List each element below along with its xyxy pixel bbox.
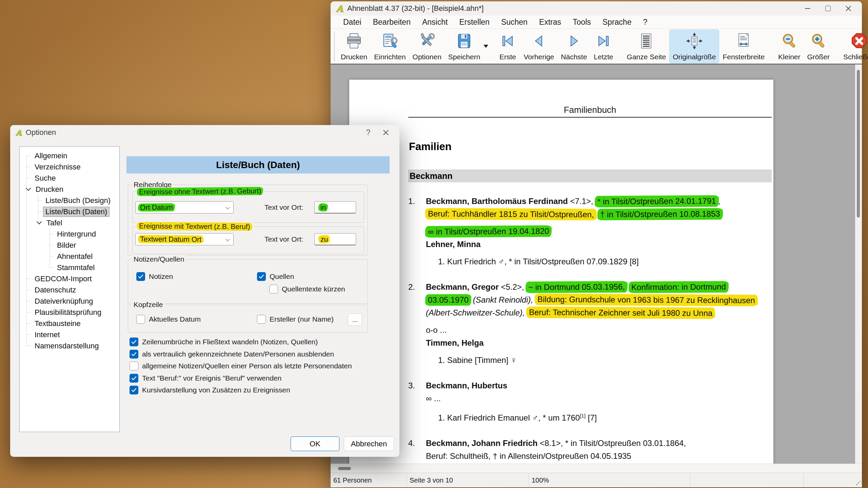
tree-item-ahnentafel[interactable]: Ahnentafel [20, 251, 119, 262]
tree-item-tafel[interactable]: Tafel [20, 217, 119, 228]
tree-item-stammtafel[interactable]: Stammtafel [20, 262, 119, 273]
tree-item-plausibilit-tspr-fung[interactable]: Plausibilitätsprüfung [20, 307, 119, 318]
checkbox-option-3[interactable]: allgemeine Notizen/Quellen einer Person … [130, 362, 352, 370]
tree-item-namensdarstellung[interactable]: Namensdarstellung [20, 340, 119, 351]
titlebar[interactable]: A Ahnenblatt 4.37 (32-bit) - [Beispiel4.… [331, 1, 862, 16]
save-dropdown-button[interactable] [484, 30, 488, 63]
tree-item-gedcom-import[interactable]: GEDCOM-Import [20, 273, 119, 284]
toolbar-drag-handle[interactable] [334, 32, 335, 61]
checkbox-checked-icon [130, 386, 138, 394]
page-header: Familienbuch [408, 105, 772, 115]
checkbox-unchecked-icon [130, 362, 138, 370]
tree-item-label: Hintergrund [55, 229, 98, 239]
tree-item-internet[interactable]: Internet [20, 329, 119, 340]
tree-connector [26, 346, 31, 346]
menu-suchen[interactable]: Suchen [495, 18, 533, 27]
checkbox-aktuelles-datum[interactable]: Aktuelles Datum [136, 315, 201, 324]
tree-item-liste-buch--design-[interactable]: Liste/Buch (Design) [20, 195, 119, 206]
tree-item-bilder[interactable]: Bilder [20, 240, 119, 251]
resize-grip[interactable] [856, 481, 861, 486]
checkbox-option-5[interactable]: Kursivdarstellung von Zusätzen zu Ereign… [130, 386, 290, 394]
ok-button[interactable]: OK [291, 436, 339, 451]
dialog-titlebar[interactable]: A Optionen ? [10, 125, 399, 140]
tree-item-textbausteine[interactable]: Textbausteine [20, 318, 119, 329]
toolbar-button-speichern[interactable]: Speichern [445, 29, 484, 63]
options-tree[interactable]: AllgemeinVerzeichnisseSucheDruckenListe/… [19, 146, 120, 432]
tree-item-label: Namensdarstellung [33, 341, 101, 351]
header-more-button[interactable]: ... [348, 313, 362, 326]
floppy-icon [455, 32, 473, 52]
toolbar-button-drucken[interactable]: Drucken [337, 29, 371, 63]
toolbar-button-label: Speichern [448, 53, 480, 61]
group-notizen-quellen-label: Notizen/Quellen [132, 255, 186, 263]
toolbar-button-label: Einrichten [374, 53, 406, 61]
entry-line: Timmen, Helga [426, 337, 773, 349]
entry-line: 03.05.1970 (Sankt Reinoldi), Bildung: Gr… [426, 293, 773, 306]
tree-item-hintergrund[interactable]: Hintergrund [20, 228, 119, 240]
dialog-controls: ? [359, 125, 395, 140]
text-vor-ort-label-1: Text vor Ort: [264, 203, 303, 211]
checkbox-checked-icon [130, 350, 138, 359]
chevron-down-icon[interactable] [37, 219, 42, 225]
menu-ansicht[interactable]: Ansicht [416, 18, 453, 27]
toolbar-button-grer[interactable]: Größer [804, 29, 833, 63]
entry-line: 1. Sabine [Timmen] ♀ [438, 354, 773, 367]
toolbar-button-ganzeseite[interactable]: Ganze Seite [624, 29, 670, 63]
toolbar: Drucken Einrichten Optionen Speichern Er… [331, 28, 862, 64]
checkbox-option-2[interactable]: als vertraulich gekennzeichnete Daten/Pe… [130, 350, 334, 359]
entry-line: 1. Karl Friedrich Emanuel ♂, * um 1760[1… [438, 409, 773, 424]
tree-item-dateiverkn-pfung[interactable]: Dateiverknüpfung [20, 296, 119, 307]
checkbox-label: Notizen [149, 272, 173, 281]
menu-sprache[interactable]: Sprache [597, 18, 637, 27]
maximize-button[interactable] [818, 1, 838, 16]
window-controls [797, 1, 859, 16]
toolbar-button-label: Fensterbreite [723, 53, 765, 61]
menu-bearbeiten[interactable]: Bearbeiten [367, 18, 416, 27]
toolbar-button-erste[interactable]: Erste [495, 29, 520, 63]
menu-datei[interactable]: Datei [337, 18, 367, 27]
tree-item-label: Liste/Buch (Design) [43, 196, 113, 205]
page-header-rule [408, 117, 772, 118]
menu-erstellen[interactable]: Erstellen [453, 18, 495, 27]
combo-ereignisse-ohne-textwert[interactable]: Ort Datum [135, 201, 234, 214]
document-preview-area[interactable]: Familienbuch Familien Beckmann 1.Beckman… [331, 64, 855, 464]
close-button[interactable] [838, 1, 859, 16]
toolbar-button-originalgre[interactable]: Originalgröße [669, 29, 719, 63]
menu-tools[interactable]: Tools [567, 18, 597, 27]
text-vor-ort-input-1[interactable]: in [314, 201, 356, 214]
horizontal-scrollbar-thumb[interactable] [338, 467, 351, 470]
checkbox-ersteller-nur-name[interactable]: Ersteller (nur Name) [257, 315, 334, 324]
checkbox-quellentexte-kuerzen[interactable]: Quellentexte kürzen [269, 285, 345, 293]
cancel-button[interactable]: Abbrechen [344, 436, 394, 451]
tree-item-suche[interactable]: Suche [20, 172, 119, 184]
menu-extras[interactable]: Extras [533, 18, 567, 27]
dialog-help-button[interactable]: ? [359, 125, 377, 140]
horizontal-scrollbar[interactable] [331, 464, 862, 473]
checkbox-notizen[interactable]: Notizen [136, 272, 173, 281]
toolbar-button-letzte[interactable]: Letzte [590, 29, 616, 63]
dialog-close-button[interactable] [377, 125, 395, 140]
text-vor-ort-input-2[interactable]: zu [314, 233, 356, 245]
tree-item-drucken[interactable]: Drucken [20, 184, 119, 195]
toolbar-button-optionen[interactable]: Optionen [409, 29, 445, 63]
tree-item-liste-buch--daten-[interactable]: Liste/Buch (Daten) [20, 206, 119, 217]
checkbox-label: Aktuelles Datum [149, 315, 201, 323]
menu-?[interactable]: ? [637, 18, 653, 27]
combo-ereignisse-mit-textwert[interactable]: Textwert Datum Ort [135, 233, 234, 245]
toolbar-button-vorherige[interactable]: Vorherige [520, 29, 557, 63]
checkbox-option-1[interactable]: Zeilenumbrüche in Fließtext wandeln (Not… [130, 338, 318, 346]
toolbar-button-fensterbreite[interactable]: Fensterbreite [719, 29, 768, 63]
tree-item-verzeichnisse[interactable]: Verzeichnisse [20, 161, 119, 172]
tree-item-allgemein[interactable]: Allgemein [20, 150, 119, 161]
vertical-scrollbar-thumb[interactable] [857, 70, 860, 218]
tree-item-datenschutz[interactable]: Datenschutz [20, 284, 119, 296]
toolbar-button-schlieen[interactable]: Schließen [840, 29, 868, 63]
checkbox-option-4[interactable]: Text "Beruf:" vor Ereignis "Beruf" verwe… [130, 374, 282, 383]
minimize-button[interactable] [797, 1, 818, 16]
checkbox-quellen[interactable]: Quellen [257, 272, 294, 281]
tree-item-label: Datenschutz [33, 285, 78, 295]
vertical-scrollbar[interactable] [855, 64, 862, 464]
toolbar-button-einrichten[interactable]: Einrichten [371, 29, 409, 63]
toolbar-button-nchste[interactable]: Nächste [557, 29, 590, 63]
toolbar-button-kleiner[interactable]: Kleiner [775, 29, 804, 63]
